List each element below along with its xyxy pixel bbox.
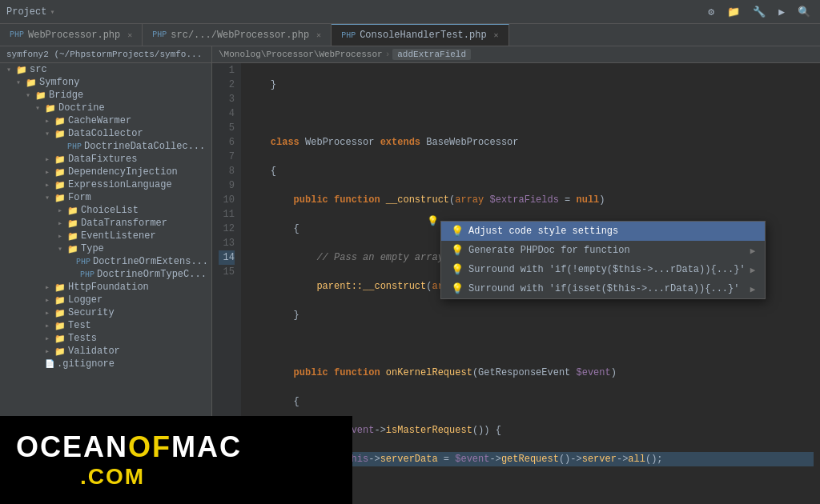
tree-item-doctrineormtypec[interactable]: PHP DoctrineOrmTypeC...	[0, 268, 211, 281]
watermark-mac: MAC	[171, 430, 242, 463]
expand-icon-bridge: ▾	[26, 90, 35, 100]
php-file-icon-ddc: PHP	[67, 142, 82, 151]
tree-item-symfony[interactable]: ▾ 📁 Symfony	[0, 76, 211, 89]
search-icon[interactable]: 🔍	[794, 4, 814, 20]
tree-item-choicelist[interactable]: ▸ 📁 ChoiceList	[0, 204, 211, 217]
tree-item-logger[interactable]: ▸ 📁 Logger	[0, 294, 211, 306]
tree-label-cache: CacheWarmer	[68, 115, 131, 126]
run-icon[interactable]: ▶	[775, 4, 788, 20]
expand-icon-log: ▸	[45, 295, 54, 305]
folder-icon-evt: 📁	[67, 231, 78, 242]
folder-icon-cache: 📁	[54, 116, 66, 126]
tab-src-webprocessor[interactable]: PHP src/.../WebProcessor.php ✕	[143, 24, 332, 46]
tree-item-datatransformer[interactable]: ▸ 📁 DataTransformer	[0, 217, 211, 230]
tab-close-icon3[interactable]: ✕	[494, 30, 499, 40]
sidebar-header: symfony2 (~/PhpstormProjects/symfo...	[0, 46, 211, 63]
folder-icon-tests: 📁	[54, 334, 66, 344]
tab-close-icon[interactable]: ✕	[127, 30, 132, 40]
folder-icon-hf: 📁	[54, 282, 66, 293]
tree-item-type[interactable]: ▾ 📁 Type	[0, 242, 211, 255]
tree-item-security[interactable]: ▸ 📁 Security	[0, 306, 211, 319]
tree-label-git: .gitignore	[57, 358, 115, 370]
project-label[interactable]: Project	[6, 6, 46, 18]
tree-item-doctrine[interactable]: ▾ 📁 Doctrine	[0, 102, 211, 114]
folder-icon-cl: 📁	[67, 206, 78, 216]
expand-icon-val: ▸	[45, 346, 54, 356]
expand-icon-cl: ▸	[58, 206, 67, 215]
folder-icon-val: 📁	[54, 346, 66, 357]
ctx-bulb-icon-4: 💡	[451, 282, 464, 295]
ctx-item-label-2: Generate PHPDoc for function	[468, 245, 630, 256]
ctx-item-surround-isset[interactable]: 💡 Surround with 'if(isset($this->...rDat…	[441, 279, 765, 298]
chevron-down-icon[interactable]: ▾	[50, 7, 54, 17]
tree-label: src	[30, 64, 47, 75]
tab-label3: ConsoleHandlerTest.php	[360, 30, 486, 41]
tree-item-src[interactable]: ▾ 📁 src	[0, 63, 211, 76]
tab-bar: PHP WebProcessor.php ✕ PHP src/.../WebPr…	[0, 24, 820, 46]
ctx-item-adjust-code-style[interactable]: 💡 Adjust code style settings	[441, 222, 765, 241]
watermark-line1: OCEANOFMAC	[16, 430, 242, 464]
tree-item-eventlistener[interactable]: ▸ 📁 EventListener	[0, 230, 211, 242]
tree-item-datacollector[interactable]: ▾ 📁 DataCollector	[0, 127, 211, 140]
tree-label-doe: DoctrineOrmExtens...	[93, 256, 208, 267]
tree-label-log: Logger	[68, 294, 102, 306]
breadcrumb-active[interactable]: addExtraField	[392, 49, 471, 60]
expand-icon-form: ▾	[45, 193, 54, 202]
project-section: Project ▾	[6, 6, 102, 18]
tree-item-httpfoundation[interactable]: ▸ 📁 HttpFoundation	[0, 281, 211, 294]
expand-icon-di: ▸	[45, 167, 54, 177]
watermark-of: OF	[128, 430, 171, 463]
tree-label-symfony: Symfony	[39, 77, 79, 88]
build-icon[interactable]: 🔧	[750, 4, 769, 20]
folder-icon[interactable]: 📁	[724, 4, 743, 20]
tab-consolehandler[interactable]: PHP ConsoleHandlerTest.php ✕	[332, 24, 508, 46]
tree-item-tests[interactable]: ▸ 📁 Tests	[0, 332, 211, 345]
tree-label-dt: DataTransformer	[81, 218, 167, 229]
expand-icon-symfony: ▾	[16, 78, 26, 87]
watermark-ocean: OCEAN	[16, 430, 128, 463]
tree-label-el: ExpressionLanguage	[68, 179, 172, 190]
folder-icon-dc: 📁	[54, 129, 66, 139]
expand-icon-dt: ▸	[58, 218, 67, 228]
tree-item-test[interactable]: ▸ 📁 Test	[0, 319, 211, 332]
folder-icon-df: 📁	[54, 154, 66, 165]
folder-icon-doctrine: 📁	[45, 103, 56, 114]
tree-item-form[interactable]: ▾ 📁 Form	[0, 191, 211, 204]
breadcrumb: \Monolog\Processor\WebProcessor › addExt…	[212, 46, 820, 63]
tab-close-icon2[interactable]: ✕	[316, 30, 321, 40]
tree-item-datafixtures[interactable]: ▸ 📁 DataFixtures	[0, 153, 211, 166]
tree-item-depinj[interactable]: ▸ 📁 DependencyInjection	[0, 166, 211, 178]
lightbulb-icon[interactable]: 💡	[427, 215, 439, 227]
tree-item-exprlang[interactable]: ▸ 📁 ExpressionLanguage	[0, 178, 211, 191]
tree-item-bridge[interactable]: ▾ 📁 Bridge	[0, 89, 211, 102]
expand-icon-type: ▾	[58, 244, 67, 254]
watermark-overlay: OCEANOFMAC .COM	[0, 416, 352, 504]
folder-icon-di: 📁	[54, 167, 66, 178]
tree-item-gitignore[interactable]: 📄 .gitignore	[0, 358, 211, 370]
tree-item-doctrineormextens[interactable]: PHP DoctrineOrmExtens...	[0, 255, 211, 268]
ctx-arrow-icon-2: ▶	[750, 246, 756, 256]
tree-label-type: Type	[81, 243, 104, 254]
expand-icon-doctrine: ▾	[35, 103, 45, 113]
ctx-item-surround-empty[interactable]: 💡 Surround with 'if(!empty($this->...rDa…	[441, 260, 765, 279]
ctx-bulb-icon-2: 💡	[451, 244, 464, 257]
tree-item-doctrinedatacollec[interactable]: PHP DoctrineDataCollec...	[0, 140, 211, 153]
expand-icon-dc: ▾	[45, 129, 54, 138]
settings-icon[interactable]: ⚙	[705, 4, 718, 20]
tree-label-val: Validator	[68, 346, 120, 357]
folder-icon-el: 📁	[54, 180, 66, 190]
tree-item-validator[interactable]: ▸ 📁 Validator	[0, 345, 211, 358]
tab-webprocessor[interactable]: PHP WebProcessor.php ✕	[0, 24, 143, 46]
expand-icon-tests: ▸	[45, 334, 54, 343]
tree-label-form: Form	[68, 192, 91, 203]
breadcrumb-path: \Monolog\Processor\WebProcessor	[219, 50, 383, 59]
folder-icon-sec: 📁	[54, 308, 66, 318]
ctx-item-generate-phpdoc[interactable]: 💡 Generate PHPDoc for function ▶	[441, 241, 765, 260]
expand-icon-hf: ▸	[45, 282, 54, 292]
tree-item-cachewarmer[interactable]: ▸ 📁 CacheWarmer	[0, 114, 211, 127]
folder-icon-bridge: 📁	[35, 90, 46, 101]
file-icon-git: 📄	[45, 359, 54, 369]
folder-icon-tst: 📁	[54, 321, 66, 331]
tree-label-di: DependencyInjection	[68, 166, 178, 178]
bulb-area[interactable]: 💡	[424, 214, 440, 228]
